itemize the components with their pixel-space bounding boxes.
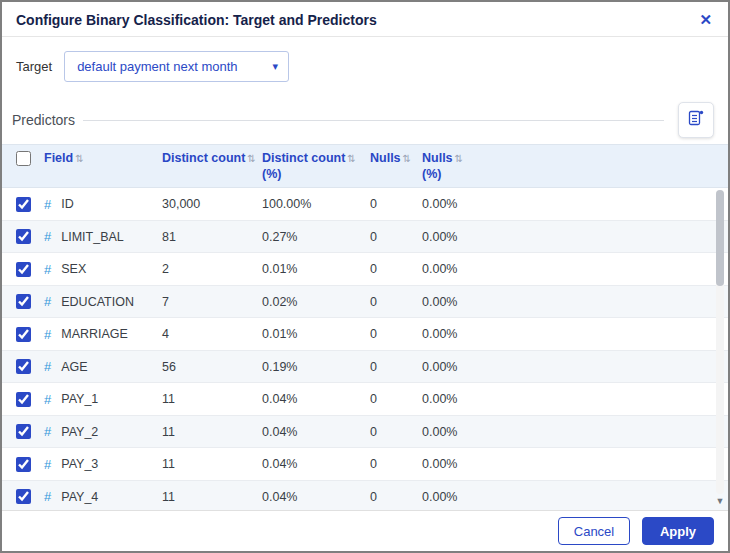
column-settings-icon — [687, 109, 705, 131]
sort-icon: ⇅ — [403, 153, 411, 164]
nulls-pct-value: 0.00% — [422, 262, 512, 276]
row-checkbox-cell — [2, 457, 44, 472]
distinct-count-value: 11 — [162, 425, 262, 439]
numeric-type-icon: # — [44, 489, 51, 504]
row-checkbox-cell — [2, 262, 44, 277]
target-dropdown-value: default payment next month — [77, 59, 237, 74]
row-checkbox[interactable] — [16, 489, 31, 504]
nulls-pct-value: 0.00% — [422, 197, 512, 211]
predictors-divider — [83, 120, 664, 121]
nulls-value: 0 — [370, 262, 422, 276]
row-checkbox-cell — [2, 359, 44, 374]
nulls-value: 0 — [370, 327, 422, 341]
field-name: EDUCATION — [61, 295, 134, 309]
row-checkbox[interactable] — [16, 262, 31, 277]
nulls-pct-value: 0.00% — [422, 392, 512, 406]
column-header-field[interactable]: Field⇅ — [44, 151, 162, 167]
select-all-checkbox[interactable] — [16, 151, 31, 166]
target-row: Target default payment next month ▾ — [2, 37, 728, 92]
column-header-nulls-pct[interactable]: Nulls⇅ (%) — [422, 151, 512, 182]
table-row[interactable]: # PAY_3 11 0.04% 0 0.00% — [2, 448, 728, 481]
chevron-down-icon: ▾ — [273, 60, 279, 73]
numeric-type-icon: # — [44, 392, 51, 407]
nulls-pct-value: 0.00% — [422, 230, 512, 244]
vertical-scrollbar: ▼ — [714, 190, 726, 508]
sort-icon: ⇅ — [347, 153, 355, 164]
field-name: PAY_2 — [61, 425, 98, 439]
field-cell: # PAY_3 — [44, 457, 162, 472]
numeric-type-icon: # — [44, 327, 51, 342]
row-checkbox-cell — [2, 229, 44, 244]
nulls-value: 0 — [370, 230, 422, 244]
column-settings-button[interactable] — [678, 102, 714, 138]
target-label: Target — [16, 59, 52, 74]
row-checkbox[interactable] — [16, 424, 31, 439]
nulls-value: 0 — [370, 392, 422, 406]
row-checkbox[interactable] — [16, 197, 31, 212]
nulls-pct-value: 0.00% — [422, 457, 512, 471]
numeric-type-icon: # — [44, 457, 51, 472]
distinct-count-pct-value: 0.02% — [262, 295, 370, 309]
table-row[interactable]: # EDUCATION 7 0.02% 0 0.00% — [2, 286, 728, 319]
row-checkbox[interactable] — [16, 457, 31, 472]
nulls-value: 0 — [370, 360, 422, 374]
field-cell: # PAY_1 — [44, 392, 162, 407]
table-row[interactable]: # AGE 56 0.19% 0 0.00% — [2, 351, 728, 384]
column-header-label: Nulls — [422, 151, 453, 165]
distinct-count-value: 56 — [162, 360, 262, 374]
table-row[interactable]: # SEX 2 0.01% 0 0.00% — [2, 253, 728, 286]
nulls-value: 0 — [370, 457, 422, 471]
nulls-value: 0 — [370, 197, 422, 211]
scrollbar-thumb[interactable] — [716, 190, 724, 286]
numeric-type-icon: # — [44, 197, 51, 212]
distinct-count-value: 2 — [162, 262, 262, 276]
scrollbar-track[interactable] — [716, 190, 724, 494]
column-header-sublabel: (%) — [262, 167, 366, 183]
field-cell: # PAY_4 — [44, 489, 162, 504]
table-row[interactable]: # MARRIAGE 4 0.01% 0 0.00% — [2, 318, 728, 351]
field-cell: # EDUCATION — [44, 294, 162, 309]
row-checkbox-cell — [2, 392, 44, 407]
close-icon[interactable]: ✕ — [695, 10, 716, 29]
numeric-type-icon: # — [44, 262, 51, 277]
field-cell: # AGE — [44, 359, 162, 374]
distinct-count-pct-value: 0.01% — [262, 327, 370, 341]
nulls-value: 0 — [370, 425, 422, 439]
field-cell: # PAY_2 — [44, 424, 162, 439]
table-row[interactable]: # PAY_2 11 0.04% 0 0.00% — [2, 416, 728, 449]
row-checkbox[interactable] — [16, 327, 31, 342]
dialog-title: Configure Binary Classification: Target … — [16, 12, 377, 28]
field-cell: # ID — [44, 197, 162, 212]
row-checkbox[interactable] — [16, 229, 31, 244]
column-header-nulls[interactable]: Nulls⇅ — [370, 151, 422, 167]
row-checkbox[interactable] — [16, 392, 31, 407]
column-header-distinct-count[interactable]: Distinct count⇅ — [162, 151, 262, 167]
numeric-type-icon: # — [44, 359, 51, 374]
table-row[interactable]: # PAY_1 11 0.04% 0 0.00% — [2, 383, 728, 416]
distinct-count-value: 11 — [162, 392, 262, 406]
distinct-count-pct-value: 100.00% — [262, 197, 370, 211]
field-name: PAY_1 — [61, 392, 98, 406]
scroll-down-arrow-icon[interactable]: ▼ — [714, 494, 726, 508]
row-checkbox-cell — [2, 294, 44, 309]
column-header-label: Distinct count — [262, 151, 345, 165]
table-row[interactable]: # PAY_4 11 0.04% 0 0.00% — [2, 481, 728, 510]
distinct-count-pct-value: 0.04% — [262, 490, 370, 504]
field-name: PAY_4 — [61, 490, 98, 504]
apply-button[interactable]: Apply — [642, 517, 714, 545]
predictors-label: Predictors — [12, 112, 75, 128]
table-row[interactable]: # ID 30,000 100.00% 0 0.00% — [2, 188, 728, 221]
dialog-footer: Cancel Apply — [2, 510, 728, 551]
nulls-pct-value: 0.00% — [422, 425, 512, 439]
row-checkbox[interactable] — [16, 359, 31, 374]
field-name: PAY_3 — [61, 457, 98, 471]
target-dropdown[interactable]: default payment next month ▾ — [64, 51, 289, 82]
table-row[interactable]: # LIMIT_BAL 81 0.27% 0 0.00% — [2, 221, 728, 254]
distinct-count-pct-value: 0.19% — [262, 360, 370, 374]
column-header-distinct-count-pct[interactable]: Distinct count⇅ (%) — [262, 151, 370, 182]
row-checkbox[interactable] — [16, 294, 31, 309]
select-all-cell — [2, 151, 44, 166]
field-name: MARRIAGE — [61, 327, 128, 341]
nulls-pct-value: 0.00% — [422, 360, 512, 374]
cancel-button[interactable]: Cancel — [558, 517, 630, 545]
